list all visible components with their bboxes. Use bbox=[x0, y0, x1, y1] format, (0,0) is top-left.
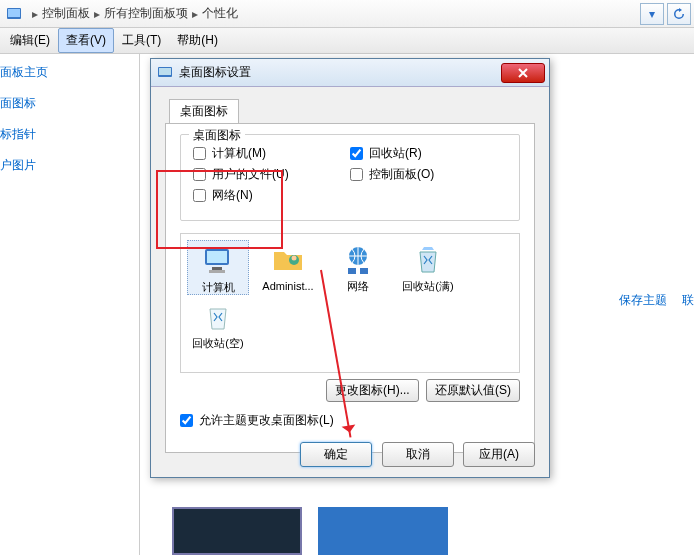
icon-item-computer[interactable]: 计算机 bbox=[187, 240, 249, 295]
menubar: 编辑(E) 查看(V) 工具(T) 帮助(H) bbox=[0, 28, 694, 54]
group-title: 桌面图标 bbox=[189, 127, 245, 144]
chevron-right-icon: ▸ bbox=[192, 7, 198, 21]
change-icon-button[interactable]: 更改图标(H)... bbox=[326, 379, 419, 402]
icon-preview-list[interactable]: 计算机 Administ... 网络 回收站(满) bbox=[180, 233, 520, 373]
icon-item-recycle-empty[interactable]: 回收站(空) bbox=[187, 297, 249, 350]
icon-label: Administ... bbox=[257, 280, 319, 293]
desktop-icon-settings-dialog: 桌面图标设置 桌面图标 桌面图标 计算机(M) 用户的文件(U) 网络(N) bbox=[150, 58, 550, 478]
svg-rect-6 bbox=[212, 267, 222, 270]
svg-rect-11 bbox=[348, 268, 356, 274]
apply-button[interactable]: 应用(A) bbox=[463, 442, 535, 467]
save-theme-link[interactable]: 保存主题 bbox=[619, 293, 667, 307]
breadcrumb-item[interactable]: 控制面板 bbox=[42, 5, 90, 22]
dropdown-button[interactable]: ▾ bbox=[640, 3, 664, 25]
svg-rect-1 bbox=[8, 9, 20, 17]
icon-label: 网络 bbox=[327, 280, 389, 293]
menu-view[interactable]: 查看(V) bbox=[58, 28, 114, 53]
folder-user-icon bbox=[270, 242, 306, 278]
sidebar: 面板主页 面图标 标指针 户图片 bbox=[0, 54, 140, 555]
checkbox-computer[interactable]: 计算机(M) bbox=[193, 145, 350, 162]
network-icon bbox=[340, 242, 376, 278]
recycle-empty-icon bbox=[200, 299, 236, 335]
checkbox-network[interactable]: 网络(N) bbox=[193, 187, 350, 204]
tab-desktop-icons[interactable]: 桌面图标 bbox=[169, 99, 239, 123]
ok-button[interactable]: 确定 bbox=[300, 442, 372, 467]
chevron-right-icon: ▸ bbox=[32, 7, 38, 21]
menu-edit[interactable]: 编辑(E) bbox=[2, 28, 58, 53]
breadcrumb-item[interactable]: 所有控制面板项 bbox=[104, 5, 188, 22]
theme-thumbnail[interactable] bbox=[318, 507, 448, 555]
svg-point-9 bbox=[292, 256, 297, 261]
tabs: 桌面图标 bbox=[165, 98, 535, 122]
icon-label: 回收站(满) bbox=[397, 280, 459, 293]
computer-icon bbox=[200, 243, 236, 279]
close-button[interactable] bbox=[501, 63, 545, 83]
recycle-full-icon bbox=[410, 242, 446, 278]
icon-item-recycle-full[interactable]: 回收站(满) bbox=[397, 240, 459, 295]
dialog-icon bbox=[157, 65, 173, 81]
sidebar-item[interactable]: 面图标 bbox=[0, 85, 139, 116]
control-panel-icon bbox=[6, 6, 22, 22]
svg-rect-5 bbox=[207, 251, 227, 263]
refresh-button[interactable] bbox=[667, 3, 691, 25]
restore-defaults-button[interactable]: 还原默认值(S) bbox=[426, 379, 520, 402]
dialog-buttons: 确定 取消 应用(A) bbox=[294, 442, 535, 467]
sidebar-item[interactable]: 面板主页 bbox=[0, 54, 139, 85]
cancel-button[interactable]: 取消 bbox=[382, 442, 454, 467]
svg-rect-3 bbox=[159, 68, 171, 75]
allow-theme-change-checkbox[interactable]: 允许主题更改桌面图标(L) bbox=[180, 412, 520, 429]
desktop-icons-group: 桌面图标 计算机(M) 用户的文件(U) 网络(N) 回收站(R) 控制面板(O… bbox=[180, 134, 520, 221]
chevron-right-icon: ▸ bbox=[94, 7, 100, 21]
theme-thumbnails bbox=[172, 507, 448, 555]
breadcrumb-current: 个性化 bbox=[202, 5, 238, 22]
right-links: 保存主题 联 bbox=[607, 292, 694, 309]
menu-tools[interactable]: 工具(T) bbox=[114, 28, 169, 53]
sidebar-item[interactable]: 标指针 bbox=[0, 116, 139, 147]
checkbox-recycle[interactable]: 回收站(R) bbox=[350, 145, 507, 162]
icon-label: 计算机 bbox=[188, 281, 248, 294]
address-bar: ▸ 控制面板 ▸ 所有控制面板项 ▸ 个性化 ▾ bbox=[0, 0, 694, 28]
svg-rect-12 bbox=[360, 268, 368, 274]
dialog-titlebar: 桌面图标设置 bbox=[151, 59, 549, 87]
icon-label: 回收站(空) bbox=[187, 337, 249, 350]
theme-thumbnail[interactable] bbox=[172, 507, 302, 555]
menu-help[interactable]: 帮助(H) bbox=[169, 28, 226, 53]
svg-rect-7 bbox=[209, 270, 225, 273]
sidebar-item[interactable]: 户图片 bbox=[0, 147, 139, 178]
checkbox-controlpanel[interactable]: 控制面板(O) bbox=[350, 166, 507, 183]
link[interactable]: 联 bbox=[682, 293, 694, 307]
icon-item-user[interactable]: Administ... bbox=[257, 240, 319, 295]
dialog-title: 桌面图标设置 bbox=[179, 64, 501, 81]
icon-item-network[interactable]: 网络 bbox=[327, 240, 389, 295]
checkbox-userfiles[interactable]: 用户的文件(U) bbox=[193, 166, 350, 183]
